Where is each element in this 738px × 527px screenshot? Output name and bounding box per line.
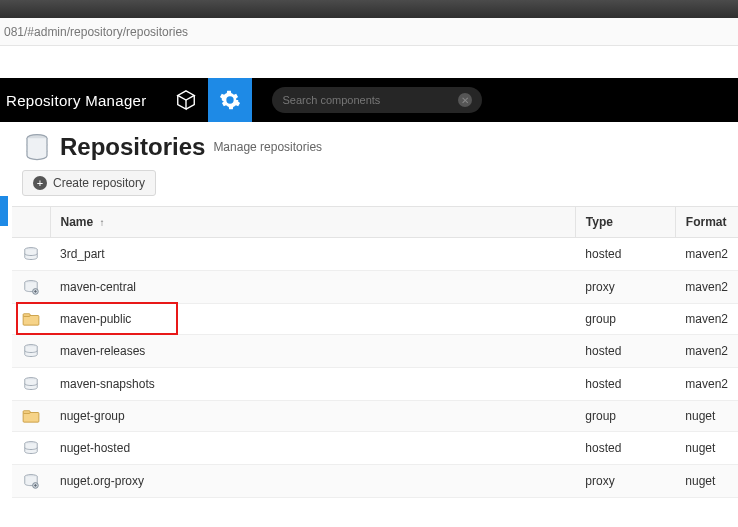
table-row[interactable]: 3rd_parthostedmaven2 bbox=[12, 238, 738, 271]
repo-type-icon bbox=[12, 368, 50, 401]
col-name[interactable]: Name ↑ bbox=[50, 207, 575, 238]
svg-rect-5 bbox=[23, 314, 30, 317]
page-subtitle: Manage repositories bbox=[213, 140, 322, 154]
table-row[interactable]: nuget-hostedhostednuget bbox=[12, 432, 738, 465]
repo-name-cell: nuget.org-proxy bbox=[50, 465, 575, 498]
create-repository-button[interactable]: + Create repository bbox=[22, 170, 156, 196]
repo-type-cell: hosted bbox=[575, 335, 675, 368]
repo-type-cell: group bbox=[575, 401, 675, 432]
search-clear-icon[interactable]: ✕ bbox=[458, 93, 472, 107]
repo-name-cell: maven-releases bbox=[50, 335, 575, 368]
brand-title: Repository Manager bbox=[0, 92, 164, 109]
repo-type-cell: proxy bbox=[575, 465, 675, 498]
repo-type-cell: proxy bbox=[575, 271, 675, 304]
browser-tabbar bbox=[0, 0, 738, 18]
svg-rect-9 bbox=[23, 411, 30, 414]
repositories-table: Name ↑ Type Format 3rd_parthostedmaven2m… bbox=[12, 206, 738, 498]
table-row[interactable]: maven-publicgroupmaven2 bbox=[12, 304, 738, 335]
admin-mode-button[interactable] bbox=[208, 78, 252, 122]
repo-type-icon bbox=[12, 401, 50, 432]
col-type[interactable]: Type bbox=[575, 207, 675, 238]
table-header-row: Name ↑ Type Format bbox=[12, 207, 738, 238]
app-header: Repository Manager ✕ bbox=[0, 78, 738, 122]
repo-type-icon bbox=[12, 238, 50, 271]
sidebar-accent bbox=[0, 196, 8, 226]
browser-url-bar[interactable]: 081/#admin/repository/repositories bbox=[0, 18, 738, 46]
table-row[interactable]: maven-releaseshostedmaven2 bbox=[12, 335, 738, 368]
spacer bbox=[0, 46, 738, 78]
col-format[interactable]: Format bbox=[675, 207, 738, 238]
col-icon[interactable] bbox=[12, 207, 50, 238]
main-panel: Repositories Manage repositories + Creat… bbox=[12, 122, 738, 527]
search-box[interactable]: ✕ bbox=[272, 87, 482, 113]
search-input[interactable] bbox=[282, 94, 458, 106]
sort-asc-icon: ↑ bbox=[100, 217, 105, 228]
create-label: Create repository bbox=[53, 176, 145, 190]
url-fragment: 081/#admin/repository/repositories bbox=[4, 25, 188, 39]
repo-name-cell: nuget-hosted bbox=[50, 432, 575, 465]
table-row[interactable]: nuget.org-proxyproxynuget bbox=[12, 465, 738, 498]
repo-type-icon bbox=[12, 271, 50, 304]
plus-icon: + bbox=[33, 176, 47, 190]
page-title: Repositories bbox=[60, 133, 205, 161]
repo-format-cell: nuget bbox=[675, 432, 738, 465]
repo-type-cell: hosted bbox=[575, 368, 675, 401]
repo-name-cell: maven-public bbox=[50, 304, 575, 335]
repo-format-cell: maven2 bbox=[675, 238, 738, 271]
repo-format-cell: nuget bbox=[675, 465, 738, 498]
table-row[interactable]: nuget-groupgroupnuget bbox=[12, 401, 738, 432]
repo-type-icon bbox=[12, 432, 50, 465]
repo-type-cell: group bbox=[575, 304, 675, 335]
repo-format-cell: maven2 bbox=[675, 368, 738, 401]
repo-format-cell: maven2 bbox=[675, 271, 738, 304]
repo-type-icon bbox=[12, 304, 50, 335]
table-row[interactable]: maven-centralproxymaven2 bbox=[12, 271, 738, 304]
repo-format-cell: nuget bbox=[675, 401, 738, 432]
page-header: Repositories Manage repositories bbox=[12, 122, 738, 170]
table-row[interactable]: maven-snapshotshostedmaven2 bbox=[12, 368, 738, 401]
repo-name-cell: maven-central bbox=[50, 271, 575, 304]
repo-name-cell: 3rd_part bbox=[50, 238, 575, 271]
repo-name-cell: maven-snapshots bbox=[50, 368, 575, 401]
repo-format-cell: maven2 bbox=[675, 335, 738, 368]
repo-name-cell: nuget-group bbox=[50, 401, 575, 432]
svg-rect-8 bbox=[23, 413, 39, 423]
repo-type-cell: hosted bbox=[575, 238, 675, 271]
repositories-icon bbox=[22, 132, 52, 162]
browse-mode-button[interactable] bbox=[164, 78, 208, 122]
repo-type-icon bbox=[12, 465, 50, 498]
repo-type-icon bbox=[12, 335, 50, 368]
repo-type-cell: hosted bbox=[575, 432, 675, 465]
repo-format-cell: maven2 bbox=[675, 304, 738, 335]
svg-rect-4 bbox=[23, 316, 39, 326]
